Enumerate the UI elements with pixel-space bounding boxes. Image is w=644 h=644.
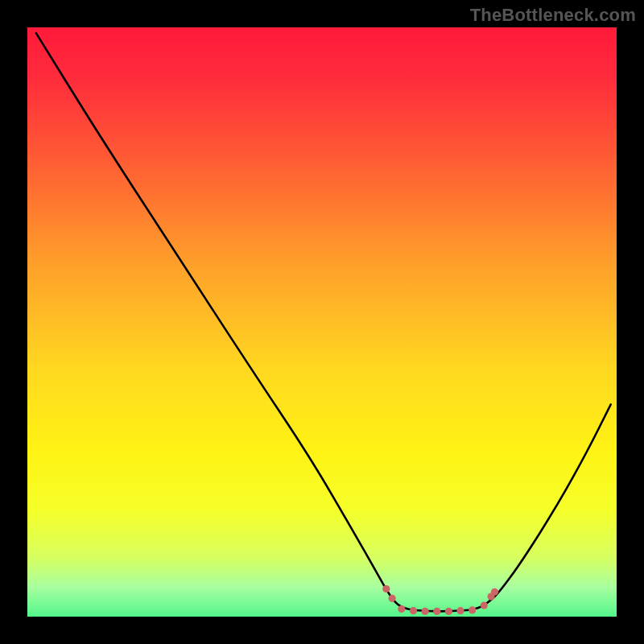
- marker-dot: [433, 608, 440, 615]
- marker-dot: [481, 601, 488, 609]
- marker-dot: [445, 608, 452, 615]
- watermark-text: TheBottleneck.com: [470, 5, 636, 26]
- marker-dot: [398, 605, 405, 613]
- plot-background: [27, 27, 617, 617]
- marker-dot: [469, 606, 476, 613]
- marker-dot: [456, 607, 464, 614]
- marker-dot: [410, 607, 417, 614]
- marker-dot: [389, 595, 396, 602]
- marker-dot: [491, 588, 498, 596]
- bottleneck-chart: [0, 0, 644, 644]
- marker-dot: [422, 608, 429, 615]
- marker-dot: [382, 585, 390, 592]
